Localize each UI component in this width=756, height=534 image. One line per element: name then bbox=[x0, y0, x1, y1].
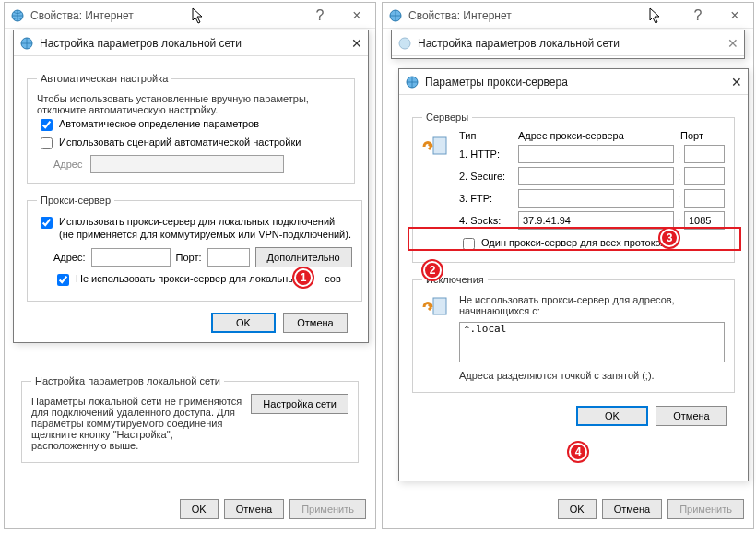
left-parent-button-row: OK Отмена Применить bbox=[180, 499, 366, 519]
server-addr-input[interactable] bbox=[518, 211, 674, 230]
help-icon[interactable]: ? bbox=[301, 3, 338, 28]
addr-header: Адрес прокси-сервера bbox=[518, 130, 680, 141]
servers-icon bbox=[422, 130, 452, 253]
exceptions-icon bbox=[422, 292, 452, 383]
exceptions-textarea[interactable] bbox=[459, 322, 725, 362]
right-lan-titlebar: Настройка параметров локальной сети ✕ bbox=[392, 30, 744, 56]
server-row-label: 2. Secure: bbox=[459, 171, 518, 182]
auto-detect-label: Автоматическое определение параметров bbox=[59, 118, 259, 131]
same-for-all-checkbox-row[interactable]: Один прокси-сервер для всех протоколов bbox=[459, 237, 725, 253]
use-script-label: Использовать сценарий автоматической нас… bbox=[59, 136, 301, 149]
server-row: 3. FTP: : bbox=[459, 189, 725, 208]
use-proxy-checkbox-row[interactable]: Использовать прокси-сервер для локальных… bbox=[37, 216, 352, 242]
colon: : bbox=[674, 148, 684, 160]
parent-ok-button[interactable]: OK bbox=[558, 499, 597, 519]
lan-ok-button[interactable]: OK bbox=[211, 313, 276, 333]
left-lan-panel-desc: Параметры локальной сети не применяются … bbox=[31, 396, 242, 451]
bypass-local-checkbox[interactable] bbox=[57, 274, 69, 286]
left-lan-panel-legend: Настройка параметров локальной сети bbox=[31, 375, 224, 386]
svg-rect-5 bbox=[433, 137, 446, 154]
proxy-port-label: Порт: bbox=[176, 252, 202, 263]
server-port-input[interactable] bbox=[684, 167, 725, 185]
proxy-server-group: Прокси-сервер Использовать прокси-сервер… bbox=[27, 195, 362, 302]
proxy-ok-button[interactable]: OK bbox=[576, 406, 648, 426]
globe-icon bbox=[19, 36, 34, 51]
auto-detect-checkbox-row[interactable]: Автоматическое определение параметров bbox=[37, 118, 345, 134]
svg-point-3 bbox=[399, 38, 410, 49]
globe-icon bbox=[405, 75, 419, 89]
script-address-label: Адрес bbox=[53, 159, 83, 170]
colon: : bbox=[674, 171, 684, 182]
server-row-label: 1. HTTP: bbox=[459, 148, 518, 160]
exceptions-note: Адреса разделяются точкой с запятой (;). bbox=[459, 370, 725, 381]
left-lan-panel-group: Настройка параметров локальной сети Пара… bbox=[21, 375, 359, 463]
server-row: 2. Secure: : bbox=[459, 167, 725, 185]
use-proxy-label: Использовать прокси-сервер для локальных… bbox=[59, 216, 352, 242]
right-lan-title: Настройка параметров локальной сети bbox=[418, 37, 620, 50]
bypass-local-label: Не использовать прокси-сервер для локаль… bbox=[76, 273, 295, 286]
left-parent-titlebar: Свойства: Интернет ? × bbox=[5, 3, 375, 29]
port-header: Порт bbox=[680, 130, 725, 141]
bypass-local-suffix: сов bbox=[325, 273, 341, 286]
left-lan-title: Настройка параметров локальной сети bbox=[40, 37, 242, 50]
lan-button-row: OK Отмена bbox=[27, 313, 355, 333]
lan-close-icon[interactable]: ✕ bbox=[346, 30, 368, 55]
colon: : bbox=[674, 193, 684, 204]
auto-config-legend: Автоматическая настройка bbox=[37, 73, 171, 84]
server-port-input[interactable] bbox=[684, 211, 725, 230]
marker-2: 2 bbox=[423, 261, 442, 279]
proxy-address-label: Адрес: bbox=[53, 252, 86, 263]
right-parent-title: Свойства: Интернет bbox=[408, 9, 512, 22]
globe-icon bbox=[397, 36, 412, 51]
advanced-button[interactable]: Дополнительно bbox=[255, 247, 352, 267]
left-parent-title: Свойства: Интернет bbox=[30, 9, 134, 22]
server-addr-input[interactable] bbox=[518, 167, 674, 185]
colon: : bbox=[674, 215, 684, 226]
lan-close-icon: ✕ bbox=[722, 30, 744, 55]
right-lan-settings-window: Настройка параметров локальной сети ✕ bbox=[391, 30, 745, 59]
parent-cancel-button[interactable]: Отмена bbox=[602, 499, 662, 519]
use-script-checkbox[interactable] bbox=[41, 137, 53, 149]
server-row: 1. HTTP: : bbox=[459, 145, 725, 163]
help-icon[interactable]: ? bbox=[679, 3, 716, 28]
proxy-settings-titlebar: Параметры прокси-сервера ✕ bbox=[399, 69, 748, 95]
proxy-settings-window: Параметры прокси-сервера ✕ Серверы Тип А… bbox=[398, 68, 749, 481]
use-proxy-checkbox[interactable] bbox=[41, 217, 53, 229]
left-lan-titlebar: Настройка параметров локальной сети ✕ bbox=[14, 30, 368, 56]
type-header: Тип bbox=[459, 130, 518, 141]
lan-cancel-button[interactable]: Отмена bbox=[283, 313, 348, 333]
close-icon[interactable]: × bbox=[338, 3, 375, 28]
exceptions-group: Исключения Не использовать прокси-сервер… bbox=[412, 274, 735, 393]
proxy-cancel-button[interactable]: Отмена bbox=[656, 406, 727, 426]
parent-apply-button[interactable]: Применить bbox=[289, 499, 366, 519]
servers-legend: Серверы bbox=[422, 112, 472, 123]
same-for-all-label: Один прокси-сервер для всех протоколов bbox=[481, 237, 678, 250]
close-icon[interactable]: × bbox=[716, 3, 753, 28]
globe-icon bbox=[10, 8, 25, 23]
script-address-input bbox=[90, 155, 284, 173]
servers-group: Серверы Тип Адрес прокси-сервера Порт 1.… bbox=[412, 112, 735, 263]
marker-3: 3 bbox=[660, 229, 679, 247]
proxy-close-icon[interactable]: ✕ bbox=[726, 69, 748, 94]
proxy-settings-title: Параметры прокси-сервера bbox=[425, 76, 568, 89]
marker-4: 4 bbox=[569, 443, 587, 461]
parent-ok-button[interactable]: OK bbox=[180, 499, 219, 519]
server-port-input[interactable] bbox=[684, 145, 725, 163]
auto-config-group: Автоматическая настройка Чтобы использов… bbox=[27, 73, 355, 184]
use-script-checkbox-row[interactable]: Использовать сценарий автоматической нас… bbox=[37, 136, 345, 152]
network-settings-button[interactable]: Настройка сети bbox=[251, 394, 348, 414]
server-addr-input[interactable] bbox=[518, 145, 674, 163]
right-parent-button-row: OK Отмена Применить bbox=[558, 499, 744, 519]
marker-1: 1 bbox=[294, 268, 313, 287]
server-addr-input[interactable] bbox=[518, 189, 674, 208]
right-parent-titlebar: Свойства: Интернет ? × bbox=[383, 3, 753, 29]
server-port-input[interactable] bbox=[684, 189, 725, 208]
parent-cancel-button[interactable]: Отмена bbox=[224, 499, 284, 519]
auto-detect-checkbox[interactable] bbox=[41, 119, 53, 131]
proxy-port-input[interactable] bbox=[207, 248, 250, 267]
proxy-address-input[interactable] bbox=[91, 248, 171, 267]
same-for-all-checkbox[interactable] bbox=[463, 238, 475, 250]
parent-apply-button[interactable]: Применить bbox=[667, 499, 744, 519]
proxy-button-row: OK Отмена bbox=[412, 406, 735, 426]
server-row-label: 3. FTP: bbox=[459, 193, 518, 204]
